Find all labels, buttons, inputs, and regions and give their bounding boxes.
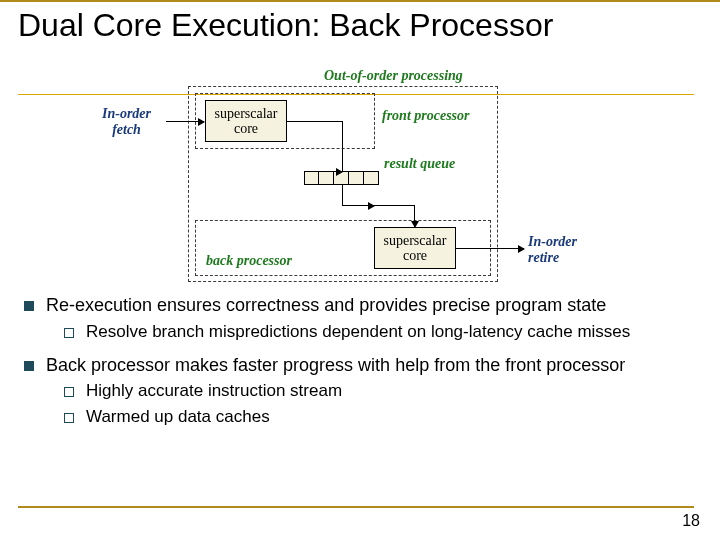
core-box-back: superscalar core: [374, 227, 456, 269]
bullet-subsquare-icon: [64, 387, 74, 397]
front-processor-label: front processor: [382, 108, 470, 124]
bullet-2-1: Highly accurate instruction stream: [64, 380, 696, 401]
bullet-text: Re-execution ensures correctness and pro…: [46, 294, 606, 317]
bullet-subsquare-icon: [64, 328, 74, 338]
bullet-2-2: Warmed up data caches: [64, 406, 696, 427]
bullet-subtext: Resolve branch mispredictions dependent …: [86, 321, 630, 342]
arrow-queue-to-backcore: [342, 205, 374, 206]
ooo-processing-label: Out-of-order processing: [324, 68, 463, 84]
bullet-square-icon: [24, 361, 34, 371]
retire-label: In-order retire: [528, 234, 577, 266]
arrow-into-backcore: [414, 205, 415, 227]
core-box-front: superscalar core: [205, 100, 287, 142]
line-core-to-queue-v: [342, 121, 343, 171]
slide: Dual Core Execution: Back Processor Out-…: [0, 0, 720, 540]
bullet-1-1: Resolve branch mispredictions dependent …: [64, 321, 696, 342]
line-queue-down: [342, 185, 343, 205]
line-core-to-queue-h: [287, 121, 342, 122]
line-queue-across: [374, 205, 414, 206]
bullet-2: Back processor makes faster progress wit…: [24, 354, 696, 377]
result-queue-label: result queue: [384, 156, 455, 172]
bullet-subsquare-icon: [64, 413, 74, 423]
bullet-text: Back processor makes faster progress wit…: [46, 354, 625, 377]
arrow-fetch-to-core: [166, 121, 204, 122]
back-processor-label: back processor: [206, 253, 292, 269]
arrow-backcore-to-retire: [456, 248, 524, 249]
bullet-subtext: Highly accurate instruction stream: [86, 380, 342, 401]
bullet-1: Re-execution ensures correctness and pro…: [24, 294, 696, 317]
diagram: Out-of-order processing superscalar core…: [104, 78, 664, 288]
fetch-label: In-order fetch: [102, 106, 151, 138]
page-number: 18: [682, 512, 700, 530]
bullet-subtext: Warmed up data caches: [86, 406, 270, 427]
bullet-list: Re-execution ensures correctness and pro…: [24, 294, 696, 431]
bullet-square-icon: [24, 301, 34, 311]
slide-title: Dual Core Execution: Back Processor: [18, 6, 678, 44]
footer-rule: [18, 506, 694, 508]
